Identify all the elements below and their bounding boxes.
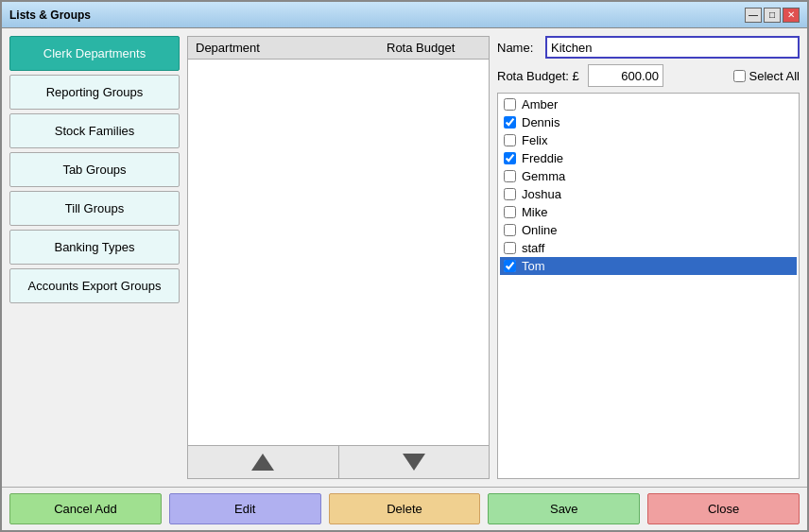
checklist-item-gemma[interactable]: Gemma [500, 167, 797, 185]
checkbox-mike[interactable] [504, 206, 516, 218]
table-header: Department Rota Budget [187, 36, 490, 59]
sidebar: Clerk DepartmentsReporting GroupsStock F… [9, 36, 180, 479]
select-all-checkbox[interactable] [733, 70, 746, 82]
name-input[interactable] [545, 36, 800, 59]
label-mike: Mike [522, 205, 547, 219]
checkbox-joshua[interactable] [504, 188, 516, 200]
table-body[interactable] [187, 59, 490, 445]
sidebar-item-banking-types[interactable]: Banking Types [9, 230, 180, 265]
sidebar-item-stock-families[interactable]: Stock Families [9, 113, 180, 148]
sidebar-item-tab-groups[interactable]: Tab Groups [9, 152, 180, 187]
label-amber: Amber [522, 97, 558, 112]
rota-budget-label: Rota Budget: £ [497, 69, 582, 83]
down-arrow-icon [403, 454, 425, 471]
checkbox-felix[interactable] [504, 134, 516, 146]
checkbox-tom[interactable] [504, 260, 516, 272]
save-button[interactable]: Save [488, 493, 640, 524]
select-all-row: Select All [733, 69, 800, 83]
checkbox-gemma[interactable] [504, 170, 516, 182]
maximize-button[interactable]: □ [764, 8, 781, 23]
checklist-item-felix[interactable]: Felix [500, 131, 797, 149]
delete-button[interactable]: Delete [329, 493, 481, 524]
close-button[interactable]: Close [647, 493, 800, 524]
footer: Cancel Add Edit Delete Save Close [2, 487, 807, 530]
center-panel: Department Rota Budget [187, 36, 490, 479]
checklist-item-joshua[interactable]: Joshua [500, 185, 797, 203]
checkbox-staff[interactable] [504, 242, 516, 254]
rota-budget-input[interactable] [588, 64, 663, 87]
main-window: Lists & Groups — □ ✕ Clerk DepartmentsRe… [0, 0, 809, 532]
col-department: Department [196, 41, 387, 55]
label-tom: Tom [522, 259, 545, 273]
sidebar-item-accounts-export-groups[interactable]: Accounts Export Groups [9, 268, 180, 303]
name-row: Name: [497, 36, 800, 59]
label-joshua: Joshua [522, 187, 561, 201]
title-bar-buttons: — □ ✕ [745, 8, 800, 23]
checkbox-dennis[interactable] [504, 116, 516, 129]
checklist-item-online[interactable]: Online [500, 221, 797, 239]
checkbox-online[interactable] [504, 224, 516, 236]
edit-button[interactable]: Edit [169, 493, 321, 524]
window-title: Lists & Groups [9, 9, 91, 22]
move-up-button[interactable] [188, 446, 339, 478]
table-buttons [187, 445, 490, 479]
right-panel: Name: Rota Budget: £ Select All AmberDen… [497, 36, 800, 479]
cancel-add-button[interactable]: Cancel Add [9, 493, 162, 524]
sidebar-item-clerk-departments[interactable]: Clerk Departments [9, 36, 180, 71]
checklist-item-tom[interactable]: Tom [500, 257, 797, 275]
checklist[interactable]: AmberDennisFelixFreddieGemmaJoshuaMikeOn… [497, 93, 800, 479]
label-felix: Felix [522, 133, 547, 147]
checklist-item-amber[interactable]: Amber [500, 95, 797, 113]
checkbox-freddie[interactable] [504, 152, 516, 164]
sidebar-item-till-groups[interactable]: Till Groups [9, 191, 180, 226]
label-staff: staff [522, 241, 544, 255]
checklist-item-freddie[interactable]: Freddie [500, 149, 797, 167]
main-content: Clerk DepartmentsReporting GroupsStock F… [2, 28, 807, 487]
checkbox-amber[interactable] [504, 98, 516, 111]
up-arrow-icon [251, 454, 274, 471]
label-online: Online [522, 223, 558, 237]
title-bar: Lists & Groups — □ ✕ [2, 2, 807, 28]
label-dennis: Dennis [522, 115, 559, 129]
col-rota-budget: Rota Budget [387, 41, 481, 55]
checklist-item-staff[interactable]: staff [500, 239, 797, 257]
checklist-item-dennis[interactable]: Dennis [500, 113, 797, 131]
name-label: Name: [497, 41, 540, 55]
move-down-button[interactable] [339, 446, 490, 478]
label-freddie: Freddie [522, 151, 563, 165]
checklist-item-mike[interactable]: Mike [500, 203, 797, 221]
close-window-button[interactable]: ✕ [783, 8, 800, 23]
minimize-button[interactable]: — [745, 8, 762, 23]
label-gemma: Gemma [522, 169, 565, 183]
select-all-label: Select All [749, 69, 800, 83]
sidebar-item-reporting-groups[interactable]: Reporting Groups [9, 75, 180, 110]
